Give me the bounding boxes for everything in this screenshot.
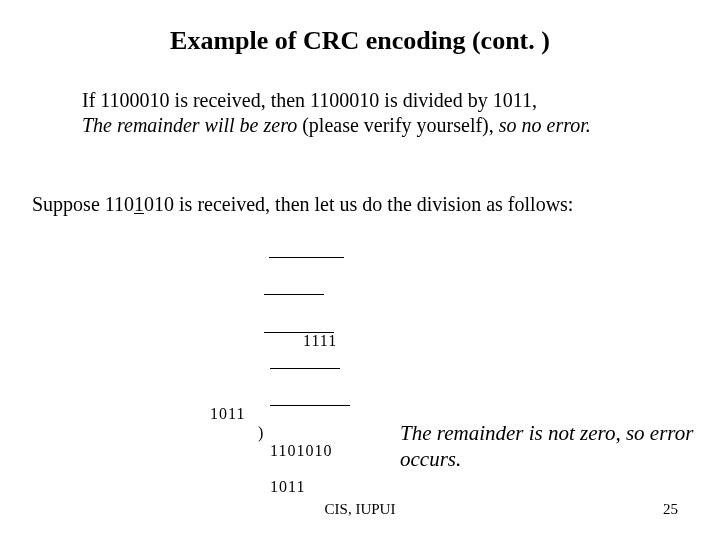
- para2-suffix: 010 is received, then let us do the divi…: [144, 193, 573, 215]
- slide: Example of CRC encoding (cont. ) If 1100…: [0, 0, 720, 540]
- step1-value: 1011: [270, 478, 305, 496]
- para1-line2-italic-b: so no error.: [499, 114, 591, 136]
- division-paren: ): [258, 424, 264, 442]
- dividend: 1101010: [270, 442, 332, 460]
- quotient-row: 1111: [210, 314, 234, 332]
- footer-center: CIS, IUPUI: [0, 501, 720, 518]
- long-division: 1111 1011 ) 1101010 1011 1100 1011 1111 …: [210, 240, 234, 540]
- para1-line2-plain: (please verify yourself),: [297, 114, 499, 136]
- para1-line1: If 1100010 is received, then 1100010 is …: [82, 89, 537, 111]
- para2-underlined-digit: 1: [134, 193, 144, 215]
- remainder-remark: The remainder is not zero, so error occu…: [400, 420, 700, 473]
- rule-2: [264, 332, 334, 333]
- remark-text: The remainder is not zero, so error occu…: [400, 421, 693, 471]
- para1-line2-italic-a: The remainder will be zero: [82, 114, 297, 136]
- rule-1: [264, 294, 324, 295]
- rule-4: [270, 405, 350, 406]
- footer-page-number: 25: [663, 501, 678, 518]
- division-vinculum: [269, 257, 344, 258]
- divisor: 1011: [210, 405, 245, 423]
- rule-3: [270, 368, 340, 369]
- quotient: 1111: [303, 332, 337, 350]
- divisor-dividend-row: 1011 ) 1101010: [210, 387, 234, 405]
- para2-prefix: Suppose 110: [32, 193, 134, 215]
- paragraph-1: If 1100010 is received, then 1100010 is …: [82, 88, 700, 138]
- slide-title: Example of CRC encoding (cont. ): [0, 26, 720, 56]
- paragraph-2: Suppose 1101010 is received, then let us…: [32, 192, 700, 217]
- step1-sub: 1011: [210, 460, 234, 478]
